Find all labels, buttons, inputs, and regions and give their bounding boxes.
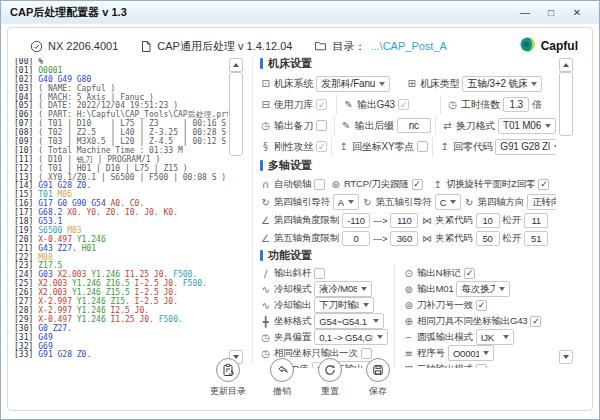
same-tool-g43-checkbox[interactable]: ✓	[530, 316, 541, 327]
return-zero-code-select[interactable]: G91 G28 Z0.	[495, 139, 556, 155]
settings-cell: ∠第四轴角度限制-110--->110⋈夹紧代码10松开11	[260, 212, 548, 228]
output-spare-tool-checkbox[interactable]: ✓	[316, 120, 327, 131]
output-m01-label: ⊚输出M01	[403, 283, 453, 296]
rtcp-checkbox[interactable]: ✓	[412, 179, 423, 190]
code-token: X-2.997	[38, 306, 77, 315]
output-n-mark-label-text: 输出N标记	[417, 267, 461, 280]
code-line-number: [15]	[14, 190, 33, 199]
fixture-offset-select[interactable]: 0,1 -> G54,G54	[314, 329, 388, 345]
return-xy-zero-checkbox[interactable]: ✓	[417, 141, 428, 152]
reset-button[interactable]: 重置	[318, 358, 342, 398]
section-multi-axis-settings: 多轴设置∩自动锁轴✓⊛RTCP/刀尖跟随✓↥切换旋转平面时Z回零✓↻第四轴引导符…	[260, 158, 556, 246]
reset-button-label: 重置	[321, 385, 339, 398]
settings-cell: ∿冷却模式液冷/M08	[260, 282, 372, 296]
code-token: ( MACH: 5 Axis | Fanuc )	[38, 93, 154, 102]
nc-code-panel[interactable]: [00]%[01]O0001[02]G40 G49 G80[03]( NAME:…	[14, 58, 228, 364]
work-time-factor-input[interactable]: 1.3	[503, 97, 529, 112]
code-token: X-0.497	[38, 315, 77, 324]
same-tool-g43-label: ⊕相同刀具不同坐标输出G43	[403, 315, 527, 328]
coolant-output-select-value: 下刀时输出	[319, 299, 359, 312]
code-scroll-thumb[interactable]	[229, 72, 243, 156]
fifth-axis-min-input[interactable]: 0	[342, 231, 370, 246]
coolant-mode-label-text: 冷却模式	[274, 283, 311, 296]
settings-scroll-up-button[interactable]	[559, 58, 573, 72]
rotate-icon: ↻	[260, 197, 271, 208]
output-spare-tool-label: ◷输出备刀	[260, 119, 313, 133]
tool-change-format-select[interactable]: T01 M06	[498, 118, 556, 134]
fifth-clamp-input[interactable]: 50	[476, 231, 500, 246]
code-token: M06	[58, 190, 72, 199]
settings-cell: ↥回坐标XY零点✓	[331, 137, 428, 156]
fourth-axis-max-input[interactable]: 110	[390, 213, 418, 228]
switch-plane-z-zero-checkbox[interactable]: ✓	[538, 179, 549, 190]
settings-cell: §刚性攻丝✓	[260, 137, 327, 156]
coolant-output-label-text: 冷却输出	[274, 299, 311, 312]
settings-scroll-thumb[interactable]	[559, 72, 573, 136]
use-tool-magazine-checkbox[interactable]: ✓	[316, 99, 327, 110]
fourth-axis-lead-select[interactable]: A	[333, 194, 359, 210]
code-line-number: [29]	[14, 315, 33, 324]
rigid-tapping-checkbox[interactable]: ✓	[316, 141, 327, 152]
fourth-clamp-input[interactable]: 10	[476, 213, 500, 228]
output-m01-select[interactable]: 每次换刀	[456, 281, 510, 297]
return-xy-zero-label-text: 回坐标XY零点	[352, 140, 414, 154]
fourth-release-input[interactable]: 11	[524, 213, 548, 228]
code-scroll-up-button[interactable]	[229, 58, 243, 72]
scroll-up-icon	[233, 63, 239, 67]
fifth-release-input[interactable]: 51	[524, 231, 548, 246]
settings-panel: 机床设置⊡机床系统发那科/Fanuc⊞机床类型五轴/3+2 铣床⊟使用刀库✓✎输…	[260, 56, 556, 368]
fourth-axis-min-input[interactable]: -110	[342, 213, 370, 228]
machine-type-select[interactable]: 五轴/3+2 铣床	[462, 76, 542, 92]
code-token: ( T01 | H01 | D10 | L75 | Z15 )	[38, 164, 187, 173]
code-token: Y1.246	[91, 270, 125, 279]
tool-comp-match-checkbox[interactable]: ✓	[476, 300, 487, 311]
release-label: 松开	[503, 232, 522, 245]
output-n-mark-checkbox[interactable]: ✓	[464, 268, 475, 279]
range-arrow-label: --->	[373, 233, 387, 244]
auto-lock-axis-checkbox[interactable]: ✓	[314, 179, 325, 190]
code-line-number: [10]	[14, 146, 33, 155]
update-directory-button[interactable]: 更新目录	[210, 358, 246, 398]
section-accent-bar	[260, 58, 263, 69]
settings-row: ∠第四轴角度限制-110--->110⋈夹紧代码10松开11	[260, 212, 556, 228]
output-slash-checkbox[interactable]: ✓	[314, 268, 325, 279]
brand-name: Capful	[541, 39, 578, 53]
minimize-button[interactable]: —	[512, 7, 538, 18]
settings-row: ⊡机床系统发那科/Fanuc⊞机床类型五轴/3+2 铣床	[260, 74, 556, 93]
arc-output-mode-select[interactable]: IJK	[476, 329, 514, 345]
tapping-icon: §	[260, 141, 271, 152]
clock-icon: ◷	[447, 99, 458, 110]
code-token: ( Total Machine Time : 01:33 M )	[38, 146, 228, 155]
code-line-number: [02]	[14, 75, 33, 84]
output-suffix-input[interactable]: nc	[397, 118, 431, 133]
coord-format-select[interactable]: G54~G54.1 P#	[314, 313, 384, 329]
coolant-output-select[interactable]: 下刀时输出	[314, 297, 374, 313]
coolant-mode-select[interactable]: 液冷/M08	[314, 281, 372, 297]
settings-cell: ⊛RTCP/刀尖跟随✓	[330, 176, 432, 192]
return-zero-code-label-text: 回零代码	[453, 140, 492, 154]
undo-arrow-icon	[270, 358, 294, 382]
section-header-multi-axis-settings: 多轴设置	[260, 158, 556, 172]
output-g43-label: ✎输出G43	[343, 98, 395, 112]
rtcp-icon: ⊛	[330, 179, 341, 190]
undo-button[interactable]: 撤销	[270, 358, 294, 398]
output-g43-checkbox[interactable]: ✓	[398, 99, 409, 110]
maximize-button[interactable]: □	[538, 7, 564, 18]
code-token: Y1.246	[77, 235, 106, 244]
fourth-axis-direction-select[interactable]: 正转向内	[527, 194, 556, 210]
fifth-axis-lead-select[interactable]: C	[435, 194, 461, 210]
angle-icon: ∠	[260, 233, 271, 244]
tool-change-icon: ⇄	[442, 120, 453, 131]
section-function-settings: 功能设置∕输出斜杆✓∿冷却模式液冷/M08∿冷却输出下刀时输出╋坐标格式G54~…	[260, 248, 556, 368]
settings-row: ⌢圆弧输出模式IJK	[403, 330, 556, 344]
save-button[interactable]: 保存	[366, 358, 390, 398]
machine-system-select[interactable]: 发那科/Fanuc	[316, 76, 390, 92]
same-tool-g43-label-text: 相同刀具不同坐标输出G43	[417, 315, 527, 328]
code-token: X2.003	[58, 270, 92, 279]
directory-link[interactable]: ...\CAP_Post_A	[370, 40, 446, 52]
close-button[interactable]: ✕	[564, 7, 590, 18]
settings-cell: ⌢圆弧输出模式IJK	[403, 330, 514, 344]
fifth-axis-max-input[interactable]: 360	[390, 231, 418, 246]
clipboard-refresh-icon	[216, 358, 240, 382]
fixture-offset-select-value: 0,1 -> G54,G54	[319, 332, 373, 343]
